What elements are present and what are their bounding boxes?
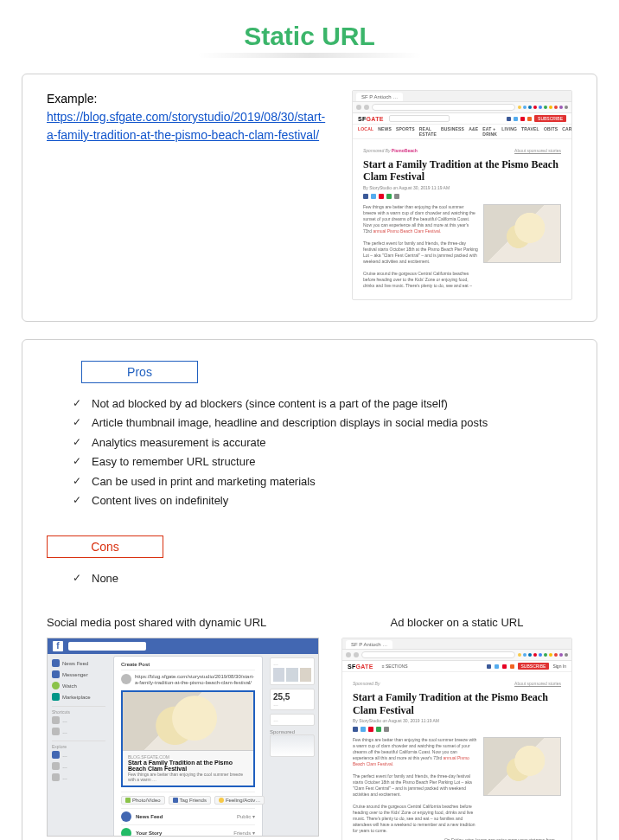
list-item: Easy to remember URL structure [73, 453, 572, 471]
article-byline: By StoryStudio on August 30, 2019 11:19 … [353, 718, 561, 723]
newsfeed-icon [121, 811, 131, 822]
example-label: Example: [47, 92, 97, 106]
nav-fwd-icon [364, 105, 369, 110]
cons-heading: Cons [47, 535, 163, 558]
facebook-icon [487, 664, 491, 669]
share-icons [363, 194, 561, 199]
proscons-card: Pros Not ad blocked by ad blockers (sinc… [22, 339, 597, 840]
site-nav: LOCALNEWS SPORTSREAL ESTATE BUSINESSA&E … [353, 125, 571, 139]
site-search-input [389, 115, 450, 122]
url-bar [372, 104, 515, 111]
fb-composer: Create Post https://blog.sfgate.com/stor… [113, 656, 263, 837]
about-sponsored-link: About sponsored stories [514, 681, 561, 686]
list-item: Content lives on indefinitely [73, 492, 572, 510]
pros-list: Not ad blocked by ad blockers (since con… [47, 395, 572, 510]
example-card: Example: https://blog.sfgate.com/storyst… [22, 74, 597, 322]
sections-menu: ≡ SECTIONS [379, 664, 408, 669]
pros-heading: Pros [81, 361, 198, 383]
browser-tab: SF P Antioch … [356, 93, 403, 101]
browser-tab: SF P Antioch … [346, 640, 392, 649]
left-caption: Social media post shared with dynamic UR… [47, 616, 319, 629]
right-caption: Ad blocker on a static URL [341, 616, 572, 629]
article-hero-image [483, 204, 561, 263]
article-headline: Start a Family Tradition at the Pismo Be… [363, 158, 561, 183]
tag-friends-button: Tag Friends [169, 796, 211, 805]
article-body: Few things are better than enjoying the … [363, 204, 478, 289]
fb-sidebar: News Feed Messenger Watch Marketplace Sh… [48, 638, 110, 836]
link-preview-image [123, 692, 253, 751]
cons-list: None [47, 570, 572, 587]
example-url-link[interactable]: https://blog.sfgate.com/storystudio/2019… [47, 110, 325, 142]
pinterest-icon [502, 664, 507, 669]
rss-icon [527, 117, 532, 121]
list-item: None [73, 570, 572, 587]
facebook-logo-icon: f [53, 641, 63, 651]
nav-fwd-icon [354, 652, 359, 657]
article-screenshot: SF P Antioch … SFGATE [352, 90, 572, 300]
nav-back-icon [346, 652, 351, 657]
extension-icons [518, 106, 568, 109]
rss-icon [510, 664, 514, 669]
adblock-article-screenshot: SF P Antioch … [341, 638, 572, 840]
article-hero-image [483, 737, 561, 796]
shared-url-text: https://blog.sfgate.com/storystudio/2019… [135, 674, 255, 686]
fb-search-bar [68, 642, 146, 651]
article-body: Few things are better than enjoying the … [353, 737, 478, 834]
avatar [121, 674, 131, 684]
list-item: Can be used in print and marketing mater… [73, 473, 572, 491]
share-icons [353, 727, 561, 732]
facebook-icon [507, 117, 511, 121]
list-item: Article thumbnail image, headline and de… [73, 414, 572, 432]
fb-right-column: … 25,5… … Sponsored [266, 638, 318, 836]
url-bar [361, 651, 515, 658]
subscribe-button: SUBSCRIBE [518, 663, 550, 670]
photo-video-button: Photo/Video [121, 796, 165, 805]
title-underline [197, 53, 422, 58]
pinterest-icon [520, 117, 525, 121]
facebook-share-screenshot: f News Feed Messenger Watch Marketplace … [47, 638, 319, 837]
feeling-button: Feeling/Activ… [214, 796, 265, 805]
about-sponsored-link: About sponsored stories [514, 148, 561, 153]
story-icon [121, 828, 131, 837]
twitter-icon [495, 664, 499, 669]
list-item: Analytics measurement is accurate [73, 434, 572, 452]
article-byline: By StoryStudio on August 30, 2019 11:19 … [363, 185, 561, 190]
page-title: Static URL [22, 22, 597, 51]
sfgate-logo: SFGATE [358, 116, 384, 122]
link-preview-card: BLOG.SFGATE.COM Start a Family Tradition… [121, 690, 255, 787]
signin-link: Sign In [552, 664, 566, 669]
subscribe-button: SUBSCRIBE [534, 115, 566, 122]
sfgate-logo: SFGATE [348, 664, 373, 670]
list-item: Not ad blocked by ad blockers (since con… [73, 395, 572, 413]
extension-icons [518, 653, 568, 657]
twitter-icon [514, 117, 518, 121]
article-headline: Start a Family Tradition at the Pismo Be… [353, 691, 561, 716]
nav-back-icon [356, 105, 361, 110]
